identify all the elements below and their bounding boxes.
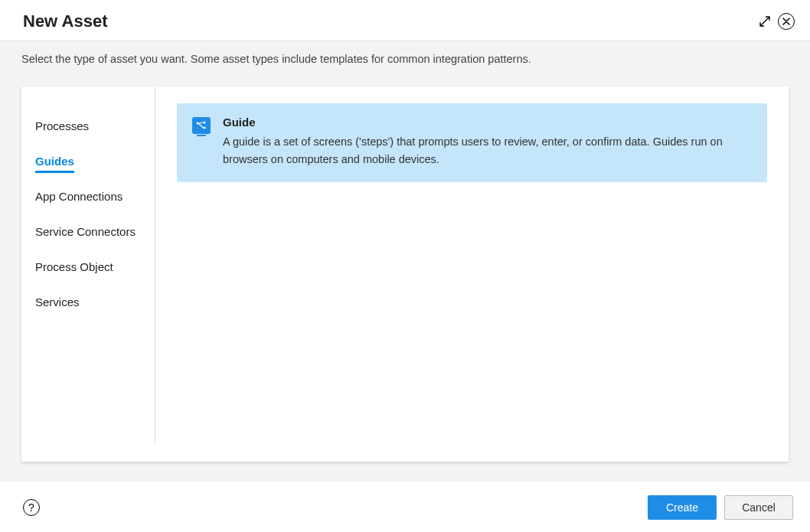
sidebar-item-label: Service Connectors bbox=[35, 225, 136, 238]
sidebar-item-service-connectors[interactable]: Service Connectors bbox=[35, 214, 155, 249]
sidebar-item-process-object[interactable]: Process Object bbox=[35, 249, 155, 284]
sidebar-item-services[interactable]: Services bbox=[35, 284, 155, 319]
sidebar-item-label: Process Object bbox=[35, 260, 113, 273]
close-button[interactable] bbox=[778, 13, 795, 30]
sidebar-item-label: App Connections bbox=[35, 190, 122, 203]
footer-buttons: Create Cancel bbox=[648, 495, 793, 520]
sidebar-item-guides[interactable]: Guides bbox=[35, 143, 155, 178]
asset-type-sidebar: ProcessesGuidesApp ConnectionsService Co… bbox=[21, 86, 155, 442]
sidebar-item-app-connections[interactable]: App Connections bbox=[35, 178, 155, 214]
sidebar-item-processes[interactable]: Processes bbox=[35, 108, 155, 143]
dialog-title: New Asset bbox=[23, 11, 107, 31]
dialog-header: New Asset bbox=[0, 0, 810, 41]
svg-point-1 bbox=[204, 122, 206, 124]
new-asset-dialog: New Asset Select the type of asset you w… bbox=[0, 0, 810, 532]
asset-title: Guide bbox=[223, 116, 752, 129]
asset-card-guide[interactable]: Guide A guide is a set of screens ('step… bbox=[177, 103, 767, 182]
sidebar-item-label: Guides bbox=[35, 155, 74, 173]
create-button[interactable]: Create bbox=[648, 495, 717, 520]
content-panel: ProcessesGuidesApp ConnectionsService Co… bbox=[21, 86, 789, 462]
asset-main-area: Guide A guide is a set of screens ('step… bbox=[155, 86, 789, 462]
svg-point-2 bbox=[204, 127, 206, 129]
close-icon bbox=[782, 18, 790, 25]
asset-description: A guide is a set of screens ('steps') th… bbox=[223, 133, 752, 168]
help-button[interactable]: ? bbox=[23, 499, 40, 516]
subheader-text: Select the type of asset you want. Some … bbox=[21, 53, 789, 65]
cancel-button[interactable]: Cancel bbox=[724, 495, 793, 520]
header-actions bbox=[758, 13, 795, 30]
svg-point-0 bbox=[197, 122, 199, 125]
sidebar-item-label: Processes bbox=[35, 119, 89, 132]
asset-content: Guide A guide is a set of screens ('step… bbox=[223, 116, 752, 168]
dialog-footer: ? Create Cancel bbox=[0, 481, 810, 532]
expand-button[interactable] bbox=[758, 15, 772, 28]
expand-icon bbox=[758, 15, 772, 28]
guide-icon bbox=[192, 117, 211, 134]
sidebar-item-label: Services bbox=[35, 295, 80, 308]
dialog-body: Select the type of asset you want. Some … bbox=[0, 41, 810, 481]
